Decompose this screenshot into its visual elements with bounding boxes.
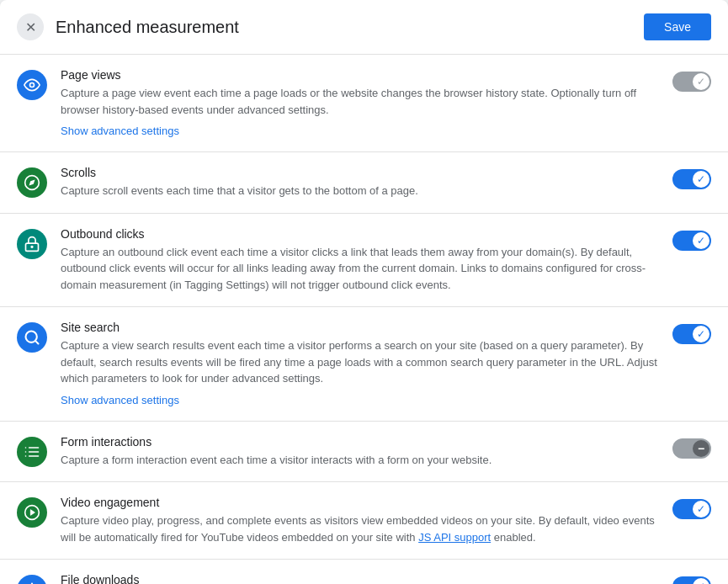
row-description: Capture a page view event each time a pa… [61, 87, 636, 116]
row-title: Page views [61, 68, 659, 82]
eye-icon [17, 70, 47, 100]
js-api-link[interactable]: JS API support [418, 531, 491, 544]
row-description: Capture an outbound click event each tim… [61, 246, 646, 291]
row-body: Site search Capture a view search result… [61, 321, 659, 407]
svg-point-0 [30, 83, 35, 88]
row-file-downloads: File downloads Capture a file download e… [0, 560, 728, 584]
row-body: File downloads Capture a file download e… [61, 573, 659, 584]
form-icon [17, 437, 47, 467]
lock-icon [17, 229, 47, 259]
row-body: Scrolls Capture scroll events each time … [61, 166, 659, 199]
download-icon [17, 575, 47, 584]
row-body: Outbound clicks Capture an outbound clic… [61, 227, 659, 294]
show-advanced-settings-link[interactable]: Show advanced settings [61, 125, 179, 137]
enhanced-measurement-panel: ✕ Enhanced measurement Save Page views C… [0, 0, 728, 584]
svg-point-4 [31, 246, 33, 247]
row-description: Capture scroll events each time that a v… [61, 184, 418, 197]
row-site-search: Site search Capture a view search result… [0, 307, 728, 422]
row-description: Capture a form interaction event each ti… [61, 454, 492, 466]
row-scrolls: Scrolls Capture scroll events each time … [0, 152, 728, 214]
close-button[interactable]: ✕ [17, 13, 44, 40]
row-title: Video engagement [61, 496, 659, 509]
toggle-wrap: ✓ [672, 231, 711, 251]
row-video-engagement: Video engagement Capture video play, pro… [0, 482, 728, 560]
toggle-wrap: ✓ [672, 169, 711, 189]
toggle[interactable]: ✓ [672, 231, 711, 251]
toggle[interactable]: ✓ [672, 72, 711, 92]
svg-marker-2 [29, 179, 35, 185]
toggle-wrap: − [672, 438, 711, 459]
toggle[interactable]: ✓ [672, 169, 711, 189]
row-desc: Capture a form interaction event each ti… [61, 452, 659, 469]
compass-icon [17, 167, 47, 198]
toggle-wrap: ✓ [672, 72, 711, 92]
row-body: Video engagement Capture video play, pro… [61, 496, 659, 545]
toggle-wrap: ✓ [672, 324, 711, 344]
svg-line-6 [35, 341, 39, 344]
row-title: Scrolls [61, 166, 659, 179]
row-body: Page views Capture a page view event eac… [61, 68, 659, 138]
row-title: File downloads [61, 573, 659, 584]
row-title: Form interactions [61, 435, 659, 449]
row-desc: Capture an outbound click event each tim… [61, 244, 659, 294]
header-left: ✕ Enhanced measurement [17, 13, 239, 40]
row-title: Outbound clicks [61, 227, 659, 241]
row-form-interactions: Form interactions Capture a form interac… [0, 422, 728, 483]
row-desc: Capture a page view event each time a pa… [61, 85, 659, 118]
show-advanced-settings-link[interactable]: Show advanced settings [61, 394, 179, 406]
toggle[interactable]: ✓ [672, 499, 711, 519]
row-desc: Capture scroll events each time that a v… [61, 183, 659, 199]
row-description: Capture video play, progress, and comple… [61, 514, 655, 544]
toggle[interactable]: ✓ [672, 324, 711, 344]
row-body: Form interactions Capture a form interac… [61, 435, 659, 469]
row-desc: Capture a view search results event each… [61, 337, 659, 387]
play-icon [17, 497, 47, 528]
page-title: Enhanced measurement [56, 18, 239, 37]
toggle-wrap: ✓ [672, 576, 711, 584]
header: ✕ Enhanced measurement Save [0, 0, 728, 55]
row-outbound-clicks: Outbound clicks Capture an outbound clic… [0, 214, 728, 308]
toggle[interactable]: ✓ [672, 576, 711, 584]
search-icon [17, 322, 47, 353]
toggle[interactable]: − [672, 438, 711, 459]
row-desc: Capture video play, progress, and comple… [61, 512, 659, 545]
row-title: Site search [61, 321, 659, 334]
toggle-wrap: ✓ [672, 499, 711, 519]
content-area: Page views Capture a page view event eac… [0, 55, 728, 584]
save-button[interactable]: Save [644, 13, 711, 40]
row-page-views: Page views Capture a page view event eac… [0, 55, 728, 152]
svg-marker-14 [30, 510, 35, 516]
row-description: Capture a view search results event each… [61, 339, 657, 385]
